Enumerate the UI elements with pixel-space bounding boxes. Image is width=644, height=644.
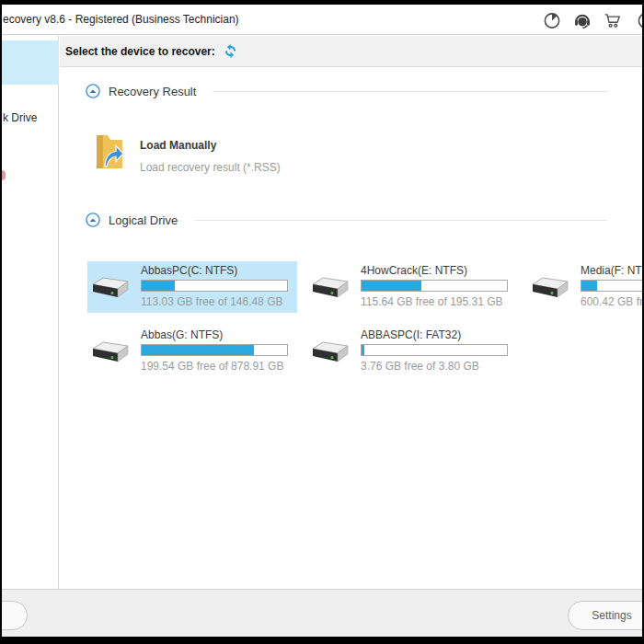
select-device-prompt: Select the device to recover:	[65, 45, 215, 58]
titlebar: ecovery v8.6 - Registered (Business Tech…	[2, 5, 642, 35]
drive-usage-fill	[362, 281, 421, 291]
collapse-chevron-icon[interactable]	[86, 84, 100, 98]
drive-item-g[interactable]: Abbas(G: NTFS) 199.54 GB free of 878.91 …	[87, 326, 297, 377]
folder-import-icon	[95, 132, 124, 171]
logical-drive-header: Logical Drive	[86, 213, 607, 227]
support-headset-icon[interactable]	[572, 11, 592, 30]
partial-circle-icon[interactable]	[636, 11, 642, 30]
load-manually-title: Load Manually	[140, 139, 281, 152]
drive-item-c[interactable]: AbbasPC(C: NTFS) 113.03 GB free of 146.4…	[87, 261, 297, 313]
drive-name: Abbas(G: NTFS)	[141, 328, 223, 341]
drive-item-i[interactable]: ABBASPC(I: FAT32) 3.76 GB free of 3.80 G…	[307, 326, 517, 377]
drive-usage-fill	[142, 345, 254, 355]
hard-drive-icon	[312, 277, 349, 301]
drive-usage-bar	[361, 280, 508, 292]
sidebar-item-disk-drive[interactable]: k Drive	[3, 111, 37, 124]
drive-usage-bar	[361, 344, 508, 356]
screenshot-frame: ecovery v8.6 - Registered (Business Tech…	[0, 0, 644, 644]
section-title: Recovery Result	[109, 85, 196, 98]
drive-capacity: 3.76 GB free of 3.80 GB	[361, 360, 479, 373]
section-title: Logical Drive	[109, 213, 178, 227]
drive-capacity: 600.42 GB fre	[581, 295, 642, 308]
load-manually-subtitle: Load recovery result (*.RSS)	[140, 161, 281, 174]
app-window: ecovery v8.6 - Registered (Business Tech…	[2, 5, 642, 637]
drive-usage-bar	[141, 344, 288, 356]
drive-name: AbbasPC(C: NTFS)	[141, 264, 237, 277]
drive-name: 4HowCrack(E: NTFS)	[361, 264, 467, 277]
drive-capacity: 113.03 GB free of 146.48 GB	[141, 295, 283, 308]
drive-usage-bar	[141, 280, 288, 292]
drive-capacity: 115.64 GB free of 195.31 GB	[361, 295, 503, 308]
partial-device-icon	[2, 170, 6, 180]
refresh-icon[interactable]	[223, 43, 238, 59]
shopping-cart-icon[interactable]	[603, 11, 623, 30]
load-manually-item[interactable]: Load Manually Load recovery result (*.RS…	[95, 132, 281, 174]
hard-drive-icon	[92, 341, 129, 365]
section-rule	[194, 220, 607, 221]
section-rule	[213, 91, 607, 92]
drive-name: ABBASPC(I: FAT32)	[361, 328, 461, 341]
settings-button[interactable]: Settings	[568, 601, 642, 630]
partial-left-button[interactable]	[2, 601, 28, 630]
drive-item-f[interactable]: Media(F: NTF 600.42 GB fre	[527, 261, 642, 313]
drive-name: Media(F: NTF	[581, 264, 642, 277]
footer-bar: Settings	[2, 589, 642, 637]
sidebar-selected-item[interactable]	[2, 40, 59, 85]
hard-drive-icon	[92, 277, 129, 301]
drive-usage-fill	[581, 281, 597, 291]
device-prompt-bar: Select the device to recover:	[60, 36, 642, 67]
hard-drive-icon	[532, 277, 569, 301]
drive-item-e[interactable]: 4HowCrack(E: NTFS) 115.64 GB free of 195…	[307, 261, 517, 313]
recovery-result-header: Recovery Result	[86, 84, 607, 98]
drive-usage-fill	[142, 281, 175, 291]
collapse-chevron-icon[interactable]	[86, 213, 100, 227]
sidebar: k Drive	[2, 36, 59, 589]
device-list-panel: Recovery Result Load Manually Load recov…	[60, 67, 642, 589]
window-title: ecovery v8.6 - Registered (Business Tech…	[3, 13, 239, 26]
drive-capacity: 199.54 GB free of 878.91 GB	[141, 360, 283, 373]
timer-icon[interactable]	[542, 11, 562, 30]
hard-drive-icon	[312, 341, 349, 365]
drive-usage-fill	[362, 345, 364, 355]
drive-usage-bar	[581, 280, 642, 292]
